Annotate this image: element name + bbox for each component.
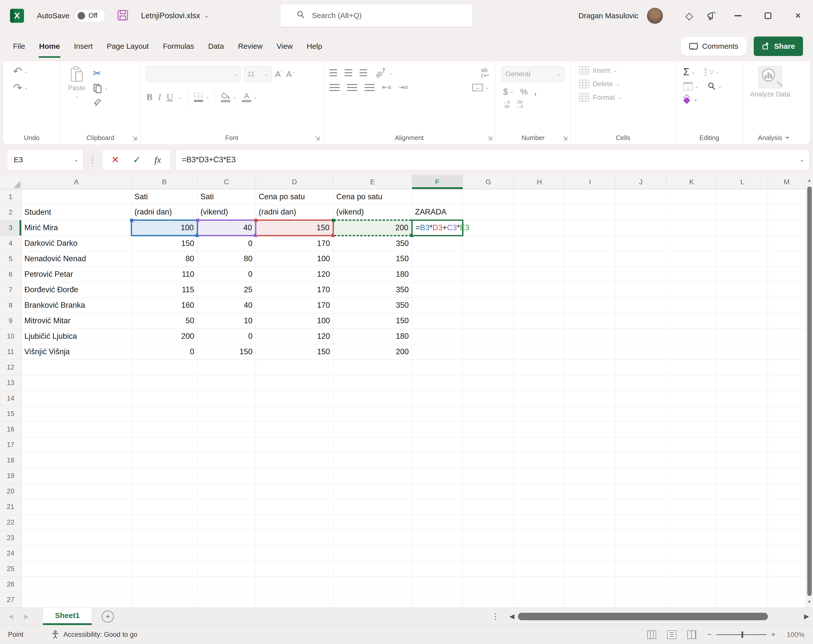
cell-F10[interactable] bbox=[412, 328, 463, 344]
document-title[interactable]: LetnjiPoslovi.xlsx ⌄ bbox=[141, 11, 209, 20]
cell-E25[interactable] bbox=[333, 561, 412, 577]
cell-L13[interactable] bbox=[717, 375, 768, 391]
page-break-view-icon[interactable] bbox=[687, 630, 696, 639]
cell-G15[interactable] bbox=[463, 406, 514, 422]
cell-M14[interactable] bbox=[768, 391, 805, 406]
enter-formula-button[interactable]: ✓ bbox=[133, 154, 141, 165]
cell-D21[interactable] bbox=[256, 499, 333, 515]
cell-C10[interactable]: 0 bbox=[197, 328, 256, 344]
cell-A16[interactable] bbox=[21, 422, 131, 437]
cell-F12[interactable] bbox=[412, 359, 463, 375]
cell-A25[interactable] bbox=[21, 561, 131, 577]
cell-A23[interactable] bbox=[21, 530, 131, 546]
cell-E20[interactable] bbox=[333, 483, 412, 499]
cell-K3[interactable] bbox=[666, 220, 717, 236]
cell-L9[interactable] bbox=[717, 313, 768, 328]
cell-B13[interactable] bbox=[131, 375, 197, 391]
cell-H6[interactable] bbox=[514, 267, 564, 282]
cell-H18[interactable] bbox=[514, 452, 564, 468]
decrease-decimal-button[interactable]: .00→0 bbox=[516, 100, 523, 109]
cell-L5[interactable] bbox=[717, 251, 768, 267]
cell-B16[interactable] bbox=[131, 422, 197, 437]
cell-H16[interactable] bbox=[514, 422, 564, 437]
increase-decimal-button[interactable]: ←0.00 bbox=[503, 100, 510, 109]
row-header-18[interactable]: 18 bbox=[0, 452, 21, 468]
cell-C13[interactable] bbox=[197, 375, 256, 391]
cell-G18[interactable] bbox=[463, 452, 514, 468]
cell-J6[interactable] bbox=[615, 267, 666, 282]
cell-D18[interactable] bbox=[256, 452, 333, 468]
cell-G7[interactable] bbox=[463, 282, 514, 297]
tab-data[interactable]: Data bbox=[201, 31, 231, 61]
paste-button[interactable]: Paste ⌄ bbox=[60, 66, 93, 144]
cell-A12[interactable] bbox=[21, 359, 131, 375]
cell-F5[interactable] bbox=[412, 251, 463, 267]
save-icon[interactable] bbox=[117, 9, 129, 22]
cell-G24[interactable] bbox=[463, 546, 514, 561]
cell-C15[interactable] bbox=[197, 406, 256, 422]
cell-D12[interactable] bbox=[256, 359, 333, 375]
cell-F2[interactable]: ZARADA bbox=[412, 204, 463, 220]
cell-H7[interactable] bbox=[514, 282, 564, 297]
cell-L12[interactable] bbox=[717, 359, 768, 375]
cell-M7[interactable] bbox=[768, 282, 805, 297]
cell-E22[interactable] bbox=[333, 515, 412, 530]
cell-B10[interactable]: 200 bbox=[131, 328, 197, 344]
col-header-F[interactable]: F bbox=[412, 175, 463, 189]
search-input[interactable]: Search (Alt+Q) bbox=[280, 4, 472, 27]
percent-format-button[interactable]: % bbox=[520, 87, 528, 97]
cell-F6[interactable] bbox=[412, 267, 463, 282]
cell-C4[interactable]: 0 bbox=[197, 236, 256, 251]
cell-K4[interactable] bbox=[666, 236, 717, 251]
cell-I9[interactable] bbox=[564, 313, 615, 328]
cell-M10[interactable] bbox=[768, 328, 805, 344]
cell-C8[interactable]: 40 bbox=[197, 297, 256, 313]
cell-H14[interactable] bbox=[514, 391, 564, 406]
cell-M27[interactable] bbox=[768, 592, 805, 607]
cell-K25[interactable] bbox=[666, 561, 717, 577]
cell-K5[interactable] bbox=[666, 251, 717, 267]
cell-D7[interactable]: 170 bbox=[256, 282, 333, 297]
cell-D1[interactable]: Cena po satu bbox=[256, 189, 333, 204]
cell-M12[interactable] bbox=[768, 359, 805, 375]
delete-cells-button[interactable]: Delete⌄ bbox=[579, 80, 675, 88]
hscroll-right-icon[interactable]: ▶ bbox=[804, 612, 809, 620]
cell-F7[interactable] bbox=[412, 282, 463, 297]
cell-E2[interactable]: (vikend) bbox=[333, 204, 412, 220]
cell-J3[interactable] bbox=[615, 220, 666, 236]
cell-F3[interactable]: =B3*D3+C3*E3 bbox=[412, 220, 463, 236]
col-header-B[interactable]: B bbox=[131, 175, 197, 189]
cell-J4[interactable] bbox=[615, 236, 666, 251]
cell-B12[interactable] bbox=[131, 359, 197, 375]
cell-B17[interactable] bbox=[131, 437, 197, 452]
cell-D27[interactable] bbox=[256, 592, 333, 607]
cell-K23[interactable] bbox=[666, 530, 717, 546]
cell-L19[interactable] bbox=[717, 468, 768, 483]
cell-L17[interactable] bbox=[717, 437, 768, 452]
cell-D13[interactable] bbox=[256, 375, 333, 391]
col-header-I[interactable]: I bbox=[564, 175, 615, 189]
cell-L20[interactable] bbox=[717, 483, 768, 499]
cell-M16[interactable] bbox=[768, 422, 805, 437]
cell-K11[interactable] bbox=[666, 344, 717, 359]
row-header-9[interactable]: 9 bbox=[0, 313, 21, 328]
cell-H8[interactable] bbox=[514, 297, 564, 313]
cell-L15[interactable] bbox=[717, 406, 768, 422]
cell-M24[interactable] bbox=[768, 546, 805, 561]
cell-K12[interactable] bbox=[666, 359, 717, 375]
cell-E7[interactable]: 350 bbox=[333, 282, 412, 297]
cell-J22[interactable] bbox=[615, 515, 666, 530]
cell-B11[interactable]: 0 bbox=[131, 344, 197, 359]
cell-I1[interactable] bbox=[564, 189, 615, 204]
cell-C24[interactable] bbox=[197, 546, 256, 561]
row-header-15[interactable]: 15 bbox=[0, 406, 21, 422]
cell-K21[interactable] bbox=[666, 499, 717, 515]
cell-I18[interactable] bbox=[564, 452, 615, 468]
zoom-in-button[interactable]: + bbox=[771, 630, 776, 639]
fill-color-button[interactable]: ⌄ bbox=[221, 92, 236, 102]
cell-B25[interactable] bbox=[131, 561, 197, 577]
decrease-indent-icon[interactable]: ⇤≡ bbox=[382, 83, 391, 91]
cell-B4[interactable]: 150 bbox=[131, 236, 197, 251]
cell-C18[interactable] bbox=[197, 452, 256, 468]
number-dialog-launcher[interactable]: ⇲ bbox=[562, 135, 568, 142]
